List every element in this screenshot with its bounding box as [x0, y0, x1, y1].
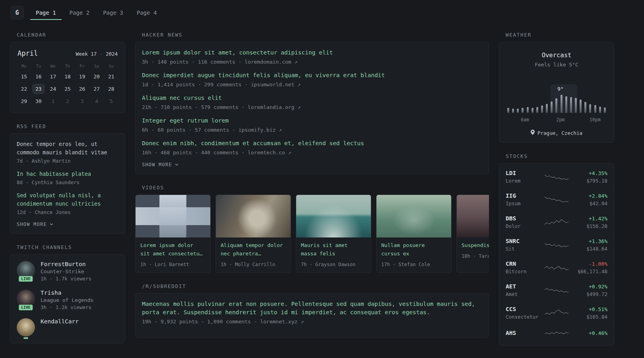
hn-item-title[interactable]: Aliquam nec cursus elit — [142, 94, 482, 102]
channel-game: Counter-Strike — [41, 268, 91, 274]
calendar-week-year: Week 17 · 2024 — [76, 51, 118, 57]
hn-item-meta[interactable]: 3h · 148 points · 116 comments · loremdo… — [142, 59, 482, 65]
video-title: Nullam posuere cursus ex — [381, 241, 446, 258]
location-pin-icon — [531, 130, 535, 136]
hn-item-title[interactable]: Donec enim nibh, condimentum et accumsan… — [142, 139, 482, 148]
calendar-day: 15 — [17, 72, 31, 82]
time-label: 6am — [521, 117, 529, 123]
calendar-widget: April Week 17 · 2024 Mo Tu We Th Fr — [10, 42, 125, 113]
calendar-day: 23 — [33, 84, 45, 94]
page-tab[interactable]: Page 3 — [97, 6, 129, 20]
stock-name: Dolor — [506, 223, 541, 229]
rss-item: Sed volutpat nulla nisl, a condimentum n… — [17, 191, 118, 215]
stock-ticker: LDI — [506, 170, 541, 176]
temp-bar — [594, 105, 596, 113]
rss-show-more-button[interactable]: SHOW MORE — [17, 222, 53, 227]
stock-ticker: AHS — [506, 330, 541, 336]
calendar-day: 22 — [17, 84, 31, 94]
calendar-week: Week 17 — [76, 51, 97, 57]
stocks-widget: LDI Lorem +4.35% $795.18 — [499, 163, 614, 346]
dot-separator: · — [100, 51, 103, 57]
video-card[interactable]: Lorem ipsum dolor sit amet consectetu… 1… — [135, 195, 211, 273]
rss-item-meta: 7d · Ashlyn Martin — [17, 158, 118, 164]
stock-price: $795.18 — [572, 178, 607, 184]
subreddit-post-meta[interactable]: 19h · 9,932 points · 1,090 comments · lo… — [142, 319, 482, 325]
calendar-section: CALENDAR April Week 17 · 2024 Mo Tu We T… — [10, 32, 125, 113]
video-thumbnail — [376, 195, 451, 237]
calendar-day: 28 — [104, 84, 118, 94]
hn-item-title[interactable]: Integer eget rutrum lorem — [142, 117, 482, 125]
stock-row[interactable]: DBS Dolor +1.42% $156.28 — [506, 215, 607, 229]
stock-ticker: DBS — [506, 215, 541, 222]
twitch-channel[interactable]: LIVE Trisha League of Legends 3h · 1.2k … — [17, 290, 118, 310]
hn-item-title[interactable]: Lorem ipsum dolor sit amet, consectetur … — [142, 49, 482, 57]
hn-item-meta[interactable]: 16h · 468 points · 440 comments · loremt… — [142, 150, 482, 156]
video-meta: 1h · Molly Carrillo — [221, 262, 286, 267]
twitch-channel[interactable]: KendallCarr — [17, 318, 118, 337]
stock-row[interactable]: CCS Consectetur +0.51% $165.84 — [506, 306, 607, 320]
stock-row[interactable]: IIG Ipsum +2.84% $42.04 — [506, 193, 607, 206]
stock-row[interactable]: SNRC Sit +1.36% $148.64 — [506, 238, 607, 252]
page-tab[interactable]: Page 1 — [30, 6, 62, 20]
hn-item-meta[interactable]: 1d · 1,414 points · 299 comments · ipsum… — [142, 82, 482, 88]
subreddit-post-title[interactable]: Maecenas mollis pulvinar erat non posuer… — [142, 300, 482, 317]
rss-list: Donec tempor eros leo, ut commodo mauris… — [17, 140, 118, 215]
hackernews-list: Lorem ipsum dolor sit amet, consectetur … — [142, 49, 482, 156]
stock-row[interactable]: CRN Bitcorn -1.00% $66,171.48 — [506, 261, 607, 274]
stock-name: Amet — [506, 291, 541, 297]
video-card[interactable]: Nullam posuere cursus ex 17h · Stefan Co… — [376, 195, 452, 273]
video-meta: 7h · Grayson Dawson — [301, 262, 366, 267]
rss-item-meta: 8d · Cynthia Saunders — [17, 179, 118, 185]
video-card[interactable]: Aliquam tempor dolor nec pharetra… 1h · … — [215, 195, 291, 273]
stock-change: +2.84% — [572, 193, 607, 199]
twitch-channel[interactable]: LIVE ForrestBurton Counter-Strike 1h · 1… — [17, 261, 118, 282]
twitch-section-title: TWITCH CHANNELS — [17, 244, 125, 250]
hn-item-meta[interactable]: 21h · 710 points · 579 comments · loreml… — [142, 104, 482, 110]
video-card-body: Lorem ipsum dolor sit amet consectetu… 1… — [136, 237, 210, 272]
stock-left: SNRC Sit — [506, 238, 541, 252]
stock-change: +4.35% — [572, 170, 607, 176]
stock-price: $42.04 — [572, 200, 607, 206]
stock-change: +0.46% — [572, 330, 607, 336]
video-thumbnail — [216, 195, 291, 237]
hn-show-more-button[interactable]: SHOW MORE — [142, 162, 178, 167]
hn-item-title[interactable]: Donec imperdiet augue tincidunt felis al… — [142, 71, 482, 80]
hn-item-meta[interactable]: 6h · 60 points · 57 comments · ipsumify.… — [142, 127, 482, 133]
page-tab[interactable]: Page 2 — [64, 6, 95, 20]
video-card[interactable]: Mauris sit amet massa felis 7h · Grayson… — [296, 195, 371, 273]
chevron-down-icon — [50, 223, 53, 226]
temp-bar — [570, 97, 572, 113]
rss-item-title[interactable]: Sed volutpat nulla nisl, a condimentum n… — [17, 191, 118, 208]
hackernews-section-title: HACKER NEWS — [142, 32, 489, 38]
rss-item-title[interactable]: In hac habitasse platea — [17, 170, 118, 178]
rss-item: Donec tempor eros leo, ut commodo mauris… — [17, 140, 118, 164]
dashboard: CALENDAR April Week 17 · 2024 Mo Tu We T… — [0, 25, 644, 356]
video-card[interactable]: Suspendisse diam 18h · Tara — [456, 195, 489, 273]
page-tab[interactable]: Page 4 — [131, 6, 163, 20]
rss-item-title[interactable]: Donec tempor eros leo, ut commodo mauris… — [17, 140, 118, 157]
stock-row[interactable]: AHS +0.46% — [506, 329, 607, 339]
channel-avatar — [17, 318, 35, 337]
stock-row[interactable]: AET Amet +0.92% $499.72 — [506, 283, 607, 297]
channel-viewers: 3h · 1.2k viewers — [41, 304, 93, 310]
stock-ticker: CCS — [506, 306, 541, 312]
videos-section-title: VIDEOS — [142, 185, 489, 191]
temp-bar — [561, 95, 563, 113]
twitch-list: LIVE ForrestBurton Counter-Strike 1h · 1… — [17, 261, 118, 337]
calendar-day: 29 — [17, 96, 31, 106]
stocks-list: LDI Lorem +4.35% $795.18 — [506, 170, 607, 339]
calendar-year: 2024 — [106, 51, 118, 57]
stock-right: -1.00% $66,171.48 — [572, 261, 607, 274]
stock-row[interactable]: LDI Lorem +4.35% $795.18 — [506, 170, 607, 184]
stock-right: +1.36% $148.64 — [572, 238, 607, 252]
channel-avatar: LIVE — [17, 290, 35, 308]
temp-bar — [551, 101, 553, 113]
app-logo[interactable]: G — [10, 6, 24, 19]
temp-bar — [541, 105, 543, 113]
videos-section: VIDEOS Lorem ipsum dolor sit amet consec… — [135, 185, 489, 273]
channel-avatar: LIVE — [17, 261, 35, 279]
stock-sparkline — [541, 217, 572, 228]
video-card-body: Suspendisse diam 18h · Tara — [457, 237, 489, 264]
video-title: Mauris sit amet massa felis — [301, 241, 366, 258]
stock-sparkline — [541, 285, 572, 296]
